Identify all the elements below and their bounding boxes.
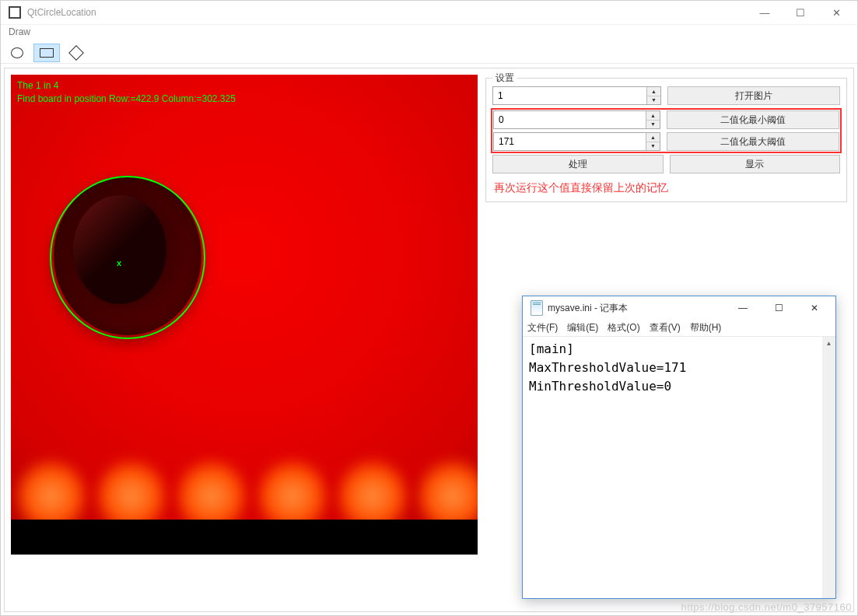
minimize-button[interactable]: —: [747, 1, 783, 24]
scroll-up-icon[interactable]: ▲: [822, 337, 835, 350]
ellipse-icon: [11, 47, 23, 58]
notepad-menubar: 文件(F) 编辑(E) 格式(O) 查看(V) 帮助(H): [523, 320, 835, 337]
notepad-icon: [531, 300, 543, 316]
spinbox-min-threshold[interactable]: ▲▼: [493, 110, 660, 129]
maximize-button[interactable]: ☐: [783, 1, 818, 24]
notepad-titlebar[interactable]: mysave.ini - 记事本 — ☐ ✕: [523, 296, 835, 320]
notepad-close[interactable]: ✕: [797, 297, 832, 319]
tool-rectangle[interactable]: [33, 44, 60, 62]
notepad-menu-edit[interactable]: 编辑(E): [567, 321, 598, 334]
window-title: QtCircleLocation: [27, 7, 747, 18]
menu-draw[interactable]: Draw: [5, 26, 33, 37]
image-bottom-bar: [11, 520, 478, 555]
toolbar: [1, 42, 857, 64]
tool-ellipse[interactable]: [4, 44, 30, 62]
image-viewer[interactable]: x The 1 in 4 Find board in position Row:…: [11, 75, 478, 555]
notepad-minimize[interactable]: —: [725, 297, 761, 319]
max-threshold-button[interactable]: 二值化最大阈值: [667, 132, 839, 151]
open-image-button[interactable]: 打开图片: [667, 86, 840, 105]
notepad-maximize[interactable]: ☐: [761, 297, 797, 319]
settings-groupbox: 设置 ▲▼ 打开图片 ▲▼ 二值化最小阈值: [485, 78, 847, 202]
notepad-window[interactable]: mysave.ini - 记事本 — ☐ ✕ 文件(F) 编辑(E) 格式(O)…: [522, 296, 836, 599]
notepad-title: mysave.ini - 记事本: [548, 302, 725, 315]
settings-note: 再次运行这个值直接保留上次的记忆: [492, 181, 840, 195]
notepad-scrollbar[interactable]: ▲: [822, 337, 835, 598]
max-threshold-input[interactable]: [494, 133, 646, 150]
spin-buttons[interactable]: ▲▼: [646, 87, 660, 104]
menubar: Draw: [1, 25, 857, 42]
titlebar: QtCircleLocation — ☐ ✕: [1, 1, 857, 25]
spinbox-1-input[interactable]: [493, 87, 646, 104]
notepad-menu-format[interactable]: 格式(O): [608, 321, 639, 334]
diamond-icon: [68, 45, 84, 61]
notepad-menu-file[interactable]: 文件(F): [527, 321, 558, 334]
notepad-content[interactable]: [main] MaxThresholdValue=171 MinThreshol…: [523, 337, 835, 598]
min-threshold-input[interactable]: [494, 111, 646, 128]
min-threshold-button[interactable]: 二值化最小阈值: [667, 110, 839, 129]
settings-title: 设置: [492, 72, 517, 85]
spinbox-1[interactable]: ▲▼: [492, 86, 661, 105]
notepad-menu-help[interactable]: 帮助(H): [690, 321, 722, 334]
detection-circle: [50, 176, 205, 339]
app-icon: [9, 6, 21, 19]
threshold-highlight: ▲▼ 二值化最小阈值 ▲▼ 二值化最大阈值: [492, 110, 840, 152]
close-button[interactable]: ✕: [818, 1, 854, 24]
watermark: https://blog.csdn.net/m0_37957160: [681, 601, 852, 613]
spinbox-max-threshold[interactable]: ▲▼: [493, 132, 660, 151]
rectangle-icon: [40, 48, 54, 58]
notepad-menu-view[interactable]: 查看(V): [650, 321, 681, 334]
show-button[interactable]: 显示: [670, 155, 841, 173]
center-marker: x: [117, 258, 121, 268]
image-background: x: [11, 75, 478, 520]
tool-diamond[interactable]: [63, 44, 89, 62]
process-button[interactable]: 处理: [492, 155, 664, 173]
overlay-text: The 1 in 4 Find board in position Row:=4…: [17, 79, 236, 106]
